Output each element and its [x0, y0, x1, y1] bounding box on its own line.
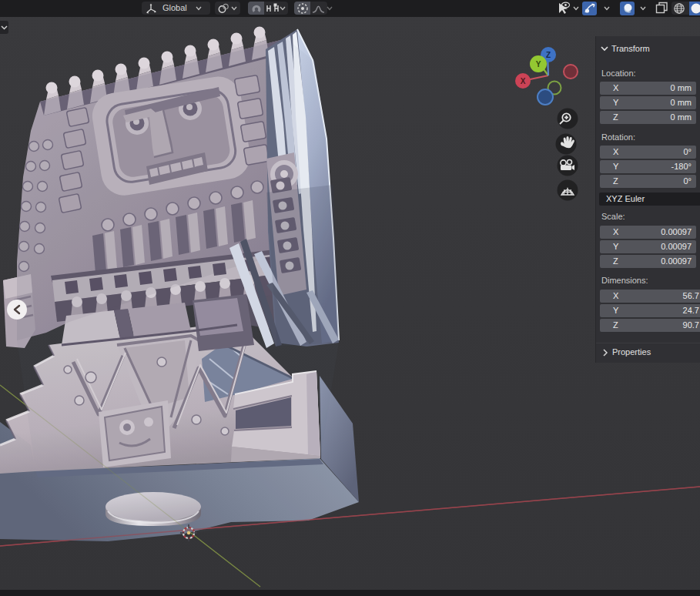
svg-text:X: X: [521, 77, 526, 85]
svg-text:Y: Y: [536, 60, 541, 69]
svg-text:Z: Z: [546, 51, 551, 59]
